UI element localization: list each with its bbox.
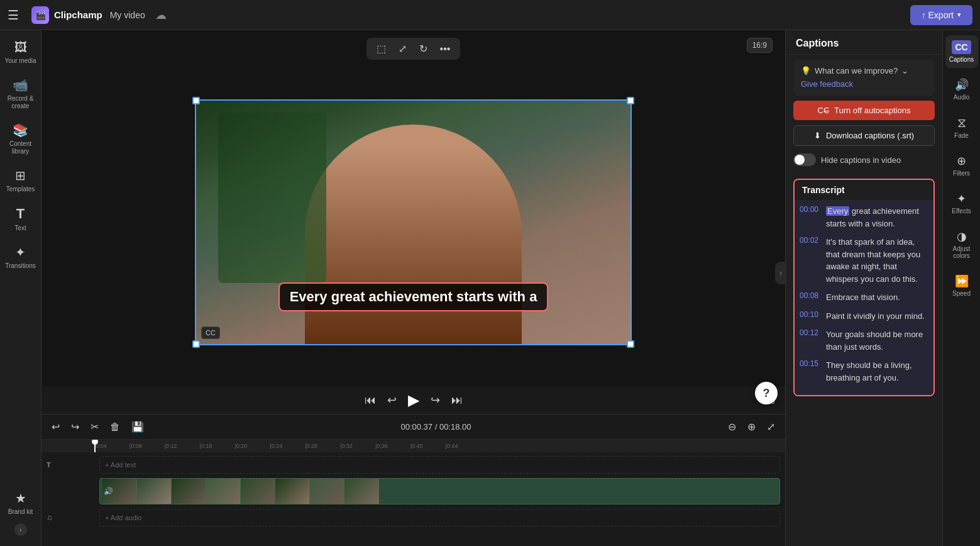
playback-controls: ⏮ ↩ ▶ ↪ ⏭ ⛶ — [41, 386, 785, 414]
cut-button[interactable]: ✂ — [88, 418, 101, 435]
feedback-expand-icon[interactable]: ⌄ — [901, 66, 908, 75]
rail-item-fade[interactable]: ⧖ Fade — [945, 111, 978, 144]
record-create-icon: 📹 — [13, 77, 28, 92]
download-captions-button[interactable]: ⬇ Download captions (.srt) — [793, 125, 935, 146]
rewind-button[interactable]: ↩ — [387, 393, 397, 407]
resize-handle-tl[interactable] — [192, 97, 200, 104]
captions-rail-icon: CC — [952, 40, 971, 54]
audio-track-label: ♫ — [47, 513, 97, 522]
export-button[interactable]: ↑ Export ▾ — [910, 5, 972, 25]
audio-track-row: ♫ + Add audio — [47, 508, 780, 528]
resize-button[interactable]: ⤢ — [395, 42, 410, 56]
feedback-link[interactable]: Give feedback — [801, 79, 853, 89]
sidebar-item-templates[interactable]: ⊞ Templates — [2, 163, 40, 198]
add-text-label: + Add text — [105, 461, 136, 469]
transcript-time-4[interactable]: 00:12 — [800, 328, 821, 353]
audio-rail-label: Audio — [954, 94, 970, 101]
zoom-in-button[interactable]: ⊕ — [745, 418, 758, 435]
fit-timeline-button[interactable]: ⤢ — [764, 418, 778, 435]
transcript-header: Transcript — [795, 180, 933, 200]
resize-handle-br[interactable] — [627, 340, 634, 348]
transcript-text-4: Your goals should be more than just word… — [826, 328, 928, 353]
aspect-ratio-badge: 16:9 — [747, 38, 773, 53]
text-icon: T — [16, 206, 25, 222]
rail-item-audio[interactable]: 🔊 Audio — [945, 73, 978, 106]
play-button[interactable]: ▶ — [408, 391, 419, 409]
sidebar-item-text[interactable]: T Text — [2, 201, 40, 237]
video-title[interactable]: My video — [110, 10, 145, 20]
captions-title: Captions — [796, 38, 839, 48]
feedback-question: 💡 What can we improve? ⌄ — [801, 66, 927, 75]
add-audio-label: + Add audio — [105, 514, 141, 521]
video-container[interactable]: Every great achievement starts with a CC — [195, 99, 632, 345]
resize-handle-tr[interactable] — [627, 97, 634, 104]
sidebar-item-brand-kit[interactable]: ★ Brand kit — [2, 486, 40, 521]
hamburger-icon[interactable]: ☰ — [8, 8, 19, 23]
sidebar-label-content-library: Content library — [4, 140, 37, 155]
transcript-entry-4: 00:12 Your goals should be more than jus… — [800, 328, 928, 353]
panel-collapse-button[interactable]: › — [775, 262, 786, 284]
hide-captions-toggle[interactable] — [793, 153, 816, 166]
sidebar-item-record-create[interactable]: 📹 Record &create — [2, 72, 40, 115]
fade-rail-label: Fade — [954, 132, 969, 139]
timeline-time: 00:00.37 / 00:18.00 — [153, 422, 719, 432]
audio-note-icon: ♫ — [47, 513, 52, 522]
redo-button[interactable]: ↪ — [69, 418, 82, 435]
captions-rail-label: Captions — [949, 56, 974, 63]
transitions-icon: ✦ — [15, 245, 26, 260]
app-name: Clipchamp — [54, 9, 102, 20]
save-button[interactable]: 💾 — [129, 418, 146, 435]
sidebar-label-brand-kit: Brand kit — [8, 508, 33, 516]
more-options-button[interactable]: ••• — [436, 42, 454, 56]
toggle-knob — [795, 155, 805, 165]
main-area: 🖼 Your media 📹 Record &create 📚 Content … — [0, 30, 980, 546]
transcript-time-2[interactable]: 00:08 — [800, 291, 821, 304]
timeline-toolbar: ↩ ↪ ✂ 🗑 💾 00:00.37 / 00:18.00 ⊖ ⊕ ⤢ — [41, 415, 785, 440]
undo-button[interactable]: ↩ — [49, 418, 62, 435]
text-track-label: T — [47, 461, 97, 469]
rail-item-effects[interactable]: ✦ Effects — [945, 187, 978, 220]
sidebar-item-transitions[interactable]: ✦ Transitions — [2, 240, 40, 275]
caption-overlay: Every great achievement starts with a — [278, 282, 549, 311]
filters-rail-icon: ⊕ — [957, 154, 966, 168]
effects-rail-label: Effects — [952, 208, 971, 214]
zoom-out-button[interactable]: ⊖ — [725, 418, 739, 435]
rotate-button[interactable]: ↻ — [416, 42, 431, 56]
sidebar-item-your-media[interactable]: 🖼 Your media — [2, 35, 40, 70]
rail-item-filters[interactable]: ⊕ Filters — [945, 149, 978, 182]
transcript-time-1[interactable]: 00:02 — [800, 236, 821, 285]
video-track-row: 🔊 — [47, 477, 780, 505]
export-label: ↑ Export — [922, 10, 954, 20]
transcript-time-5[interactable]: 00:15 — [800, 359, 821, 384]
filters-rail-label: Filters — [953, 170, 970, 177]
sidebar-label-record-create: Record &create — [8, 95, 34, 110]
help-button[interactable]: ? — [755, 382, 778, 404]
video-track[interactable]: 🔊 — [99, 478, 780, 504]
transcript-time-0[interactable]: 00:00 — [800, 205, 821, 230]
rail-item-speed[interactable]: ⏩ Speed — [945, 269, 978, 302]
brand-kit-icon: ★ — [15, 491, 26, 506]
speed-rail-icon: ⏩ — [955, 274, 969, 288]
caption-off-icon: CC̶ — [818, 106, 829, 115]
transcript-time-3[interactable]: 00:10 — [800, 310, 821, 323]
sidebar-item-content-library[interactable]: 📚 Content library — [2, 118, 40, 160]
skip-forward-button[interactable]: ⏭ — [451, 394, 463, 407]
sidebar-expand-button[interactable]: › — [14, 523, 27, 536]
rail-item-captions[interactable]: CC Captions — [945, 35, 978, 68]
transcript-entry-0: 00:00 Every great achievement starts wit… — [800, 205, 928, 230]
fast-forward-button[interactable]: ↪ — [431, 393, 440, 407]
resize-handle-bl[interactable] — [192, 340, 200, 348]
add-text-track[interactable]: + Add text — [99, 456, 780, 474]
crop-button[interactable]: ⬚ — [373, 42, 390, 56]
center-area: ⬚ ⤢ ↻ ••• 16:9 Every great achievement s… — [41, 30, 785, 546]
skip-back-button[interactable]: ⏮ — [365, 394, 376, 407]
download-icon: ⬇ — [814, 131, 821, 140]
sidebar-label-text: Text — [14, 225, 26, 232]
sidebar-label-templates: Templates — [6, 186, 35, 193]
add-audio-track[interactable]: + Add audio — [99, 509, 780, 526]
playhead[interactable] — [94, 440, 96, 452]
rail-item-adjust-colors[interactable]: ◑ Adjust colors — [945, 225, 978, 264]
delete-button[interactable]: 🗑 — [107, 419, 123, 435]
turn-off-label: Turn off autocaptions — [834, 106, 910, 115]
turn-off-autocaptions-button[interactable]: CC̶ Turn off autocaptions — [793, 101, 935, 120]
